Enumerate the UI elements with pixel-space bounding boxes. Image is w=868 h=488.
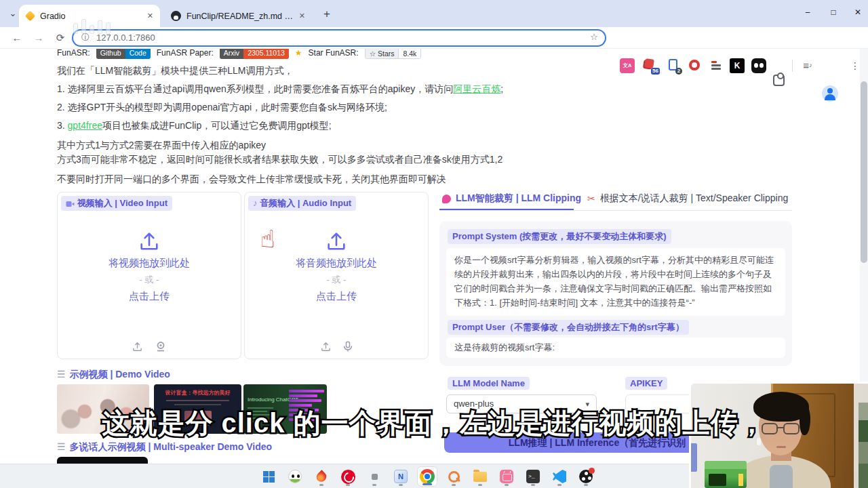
bilibili-app-icon[interactable] [496,466,517,487]
extensions-puzzle-icon[interactable] [773,75,785,86]
stream-watermark [73,19,111,34]
aliyun-bailian-link[interactable]: 阿里云百炼 [453,83,500,94]
panda-extension-icon[interactable] [751,58,766,73]
browser-toolbar: ← → ⟳ ⓘ 127.0.0.1:7860 ☆ 文A 56 2 K ≡♪ ⋮ [0,27,868,49]
upload-file-icon[interactable] [320,341,332,352]
gradio-favicon [25,11,36,22]
scissors-icon: ✂ [587,193,595,204]
video-camera-icon [66,201,75,207]
prompt-system-label: Prompt System (按需更改，最好不要变动主体和要求) [448,229,671,244]
wall-poster [691,443,697,472]
video-input-label: 视频输入 | Video Input [61,196,172,211]
start-menu-button[interactable] [258,466,279,487]
multi-speaker-thumbnail-partial[interactable] [57,457,148,464]
funasr-label: FunASR: [57,48,90,58]
video-upload-hint: 将视频拖放到此处 - 或 - 点击上传 [58,230,241,303]
small-app-icon[interactable] [364,466,384,487]
star-icon: ★ [295,48,302,58]
audio-source-buttons[interactable] [245,340,428,352]
tab-text-speaker-clipping[interactable]: ✂ 根据文本/说话人裁剪 | Text/Speaker Clipping [587,192,788,205]
intro-paragraph: 我们在「LLM智能裁剪」模块中提供三种LLM调用方式， [57,65,293,77]
tab-divider [439,210,792,211]
upload-file-icon[interactable] [132,341,143,352]
method3-warning-line: 方式3而可能非常不稳定，返回时间可能很长或者结果获取失败，可以多多尝试或者自己准… [57,154,502,166]
obs-app-icon[interactable] [576,466,596,487]
star-funasr-label: Star FunASR: [309,48,359,58]
github-favicon [171,11,181,21]
person-mouth [776,446,786,448]
tab-llm-clipping[interactable]: LLM智能裁剪 | LLM Clipping [442,192,581,205]
chat-bubble-icon [442,195,451,203]
click-upload-link[interactable]: 点击上传 [245,290,428,303]
bookmark-star-icon[interactable]: ☆ [590,32,598,42]
feed-extension-icon[interactable]: 56 [643,58,658,73]
chrome-taskbar-icon[interactable] [417,466,437,487]
llm-clipping-panel: Prompt System (按需更改，最好不要变动主体和要求) 你是一个视频s… [439,221,792,366]
gpt4free-link[interactable]: gpt4free [68,120,102,131]
tab-title: FunClip/README_zh.md at m [186,12,295,21]
netease-music-icon[interactable] [338,466,358,487]
profile-avatar[interactable] [822,85,838,102]
terminal-app-icon[interactable]: >_ [523,466,543,487]
window-minimize-button[interactable]: – [796,3,819,22]
browser-tab-strip: ⌄ Gradio ✕ FunClip/README_zh.md at m ✕ +… [0,0,868,27]
method-3-line: 3. gpt4free项目也被集成进FunClip，可以通过它免费调用gpt模型… [57,120,332,132]
prompt-user-label: Prompt User（不需要修改，会自动拼接左下角的srt字幕） [448,320,689,335]
video-source-buttons[interactable] [58,340,241,352]
multi-speaker-demo-header: ☰多说话人示例视频 | Multi-speaker Demo Video [57,441,272,453]
click-upload-link[interactable]: 点击上传 [58,290,241,303]
search-tool-icon[interactable] [443,466,464,487]
upload-icon [138,230,161,253]
apikey-label: APIKEY [625,377,667,390]
back-button[interactable]: ← [8,29,26,47]
reload-button[interactable]: ⟳ [52,29,69,47]
tab-close-icon[interactable]: ✕ [299,12,305,20]
method-2-line: 2. 选择GPT开头的模型即为调用openai官方api，此时需要您自备sk与网… [57,102,387,114]
llm-model-name-label: LLM Model Name [448,377,530,390]
url-text: 127.0.0.1:7860 [96,33,155,43]
flame-app-icon[interactable] [311,466,332,487]
new-tab-button[interactable]: + [319,6,335,22]
drop-video-text: 将视频拖放到此处 [58,257,241,270]
photo-app-icon[interactable]: N [391,466,411,487]
window-maximize-button[interactable]: □ [822,3,845,22]
red-o-extension-icon[interactable] [688,58,703,73]
hamburger-icon: ☰ [57,369,66,380]
windows-logo-icon [263,471,275,483]
video-upload-dropzone[interactable]: 视频输入 | Video Input 将视频拖放到此处 - 或 - 点击上传 [57,192,241,359]
panda-app-icon[interactable] [285,466,305,487]
webcam-icon[interactable] [155,341,167,352]
music-note-icon: ♪ [253,198,258,208]
port-warning-line: 不要同时打开同一端口的多个界面，会导致文件上传非常缓慢或卡死，关闭其他界面即可解… [57,174,446,186]
or-text: - 或 - [245,274,428,286]
or-text: - 或 - [58,274,241,286]
window-close-button[interactable]: ✕ [846,3,868,22]
address-bar[interactable]: ⓘ 127.0.0.1:7860 ☆ [72,29,606,47]
person-glasses [762,423,800,435]
shelf-items [859,403,868,488]
list-extension-icon[interactable] [709,58,724,73]
prompt-user-textarea[interactable]: 这是待裁剪的视频srt字幕: [446,338,785,358]
page-scrollbar-thumb[interactable] [861,81,867,263]
toolbar-separator [792,60,793,72]
phone-extension-icon[interactable]: 2 [666,58,681,73]
hamburger-icon: ☰ [57,441,66,452]
browser-menu-icon[interactable]: ⋮ [848,58,863,73]
tab-funclip-readme[interactable]: FunClip/README_zh.md at m ✕ [164,5,312,27]
method-1-line: 1. 选择阿里云百炼平台通过api调用qwen系列模型，此时需要您准备百炼平台的… [57,83,503,96]
desktop: FunASR: Github Code FunASR Paper: Arxiv … [0,0,868,488]
vscode-app-icon[interactable] [549,466,570,487]
k-extension-icon[interactable]: K [730,58,745,73]
translate-extension-icon[interactable]: 文A [620,58,635,73]
funasr-paper-label: FunASR Paper: [157,48,214,58]
audio-upload-dropzone[interactable]: ♪ 音频输入 | Audio Input 将音频拖放到此处 - 或 - 点击上传 [244,192,429,359]
file-explorer-icon[interactable] [470,466,490,487]
upload-icon [325,230,348,253]
prompt-system-textarea[interactable]: 你是一个视频srt字幕分析剪辑器，输入视频的srt字幕，分析其中的精彩且尽可能连… [446,248,785,316]
microphone-icon[interactable] [343,341,353,352]
media-controls-icon[interactable]: ≡♪ [800,58,815,73]
apikey-note-line: 其中方式1与方式2需要在界面中传入相应的apikey [57,140,266,152]
tab-close-icon[interactable]: ✕ [147,12,153,20]
forward-button[interactable]: → [30,29,47,47]
tab-search-button[interactable]: ⌄ [5,7,20,22]
